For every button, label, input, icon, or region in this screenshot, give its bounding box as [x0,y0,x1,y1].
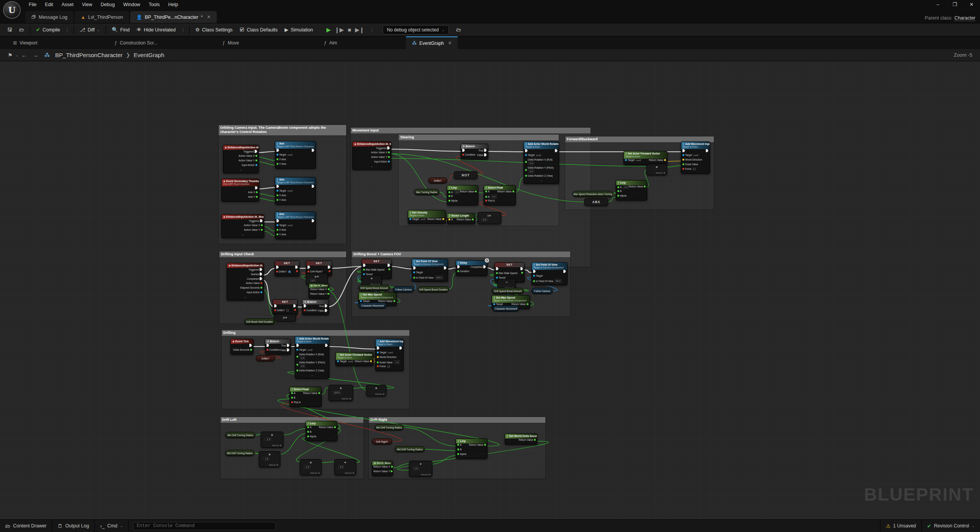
green-pin-icon[interactable] [277,454,279,456]
blue-pin-icon[interactable] [516,308,518,310]
blue-pin-icon[interactable] [360,300,362,302]
pin-value-input[interactable]: 0.0 [300,356,305,360]
red-pin-icon[interactable] [260,282,262,284]
exec-pin-icon[interactable] [706,149,708,152]
browse-debug-button[interactable]: 🗁 [453,25,465,34]
node-branch[interactable]: ⋔BranchTrueConditionFalse [461,144,488,159]
node-set[interactable]: SETDriftin? [273,299,298,315]
exec-pin-icon[interactable] [682,149,685,152]
back-icon[interactable]: ← [21,52,27,58]
graph-tab-construction-scr-[interactable]: ƒConstruction Scr... [108,36,164,49]
blue-pin-icon[interactable] [388,161,390,163]
graph-canvas[interactable]: Orbiting Camera Input. The CameraBoom co… [0,61,980,519]
green-pin-icon[interactable] [367,390,369,392]
node-aim[interactable]: ƒAimTarget is BP Third Person CharacterT… [275,177,316,205]
operand-value-input[interactable]: 120.0 [333,391,341,394]
green-pin-icon[interactable] [393,300,395,302]
green-pin-icon[interactable] [648,169,650,171]
green-pin-icon[interactable] [350,388,352,390]
add-pin-button[interactable]: Add pin ⊕ [342,397,351,400]
green-pin-icon[interactable] [262,434,264,436]
green-pin-icon[interactable] [664,167,666,169]
green-pin-icon[interactable] [307,275,309,277]
green-pin-icon[interactable] [512,190,514,192]
green-pin-icon[interactable] [251,453,253,455]
yellow-pin-icon[interactable] [448,218,450,220]
blue-pin-icon[interactable] [413,271,415,273]
output-log-button[interactable]: 🗒 Output Log [52,520,95,532]
exec-pin-icon[interactable] [312,149,314,152]
bookmark-icon[interactable]: ⚑ [8,52,13,58]
exec-pin-icon[interactable] [563,270,566,273]
green-pin-icon[interactable] [363,269,365,271]
exec-pin-icon[interactable] [287,348,290,351]
browse-asset-button[interactable]: 🗁 [16,25,28,34]
var-character-movement[interactable]: Character Movement [492,305,519,312]
frame-skip-button[interactable]: ❙▶ [335,26,344,33]
node-lerp[interactable]: ƒLerpA0.0Return ValueBAlpha [447,185,478,205]
var-driftin[interactable]: Driftin? [256,355,275,361]
menu-edit[interactable]: Edit [41,2,57,7]
yellow-pin-icon[interactable] [664,159,666,161]
red-pin-icon[interactable] [377,365,379,367]
pin-value-input[interactable]: 90.0 [555,279,562,283]
green-pin-icon[interactable] [521,291,523,292]
operand-value-input[interactable]: 0.0 [482,218,487,221]
pin-value-input[interactable]: 0.0 [300,364,305,368]
green-pin-icon[interactable] [291,392,293,394]
exec-pin-icon[interactable] [276,149,279,152]
exec-pin-icon[interactable] [388,264,390,267]
red-pin-icon[interactable] [308,271,309,273]
green-pin-icon[interactable] [363,277,365,279]
red-pin-icon[interactable] [296,270,298,272]
close-button[interactable]: ✕ [963,0,980,9]
blue-pin-icon[interactable] [525,154,527,156]
red-pin-icon[interactable] [304,309,306,311]
op-[interactable]: ×Add pin ⊕ [366,385,386,396]
class-defaults-button[interactable]: 🗹Class Defaults [236,25,281,34]
exec-pin-icon[interactable] [325,309,327,312]
green-pin-icon[interactable] [457,444,459,446]
green-pin-icon[interactable] [484,444,486,446]
green-pin-icon[interactable] [448,200,450,202]
exec-pin-icon[interactable] [483,265,486,268]
exec-pin-icon[interactable] [255,150,257,153]
node-add-actor-world-rotation[interactable]: ƒAdd Actor World RotationTarget is Actor… [295,336,329,379]
blue-pin-icon[interactable] [682,154,684,156]
menu-file[interactable]: File [25,2,41,7]
var-max-speed-reduction-when-turning[interactable]: Max Speed Reduction when Turning [573,191,613,197]
blue-pin-icon[interactable] [296,349,298,351]
var-drift-boost-held-duration[interactable]: Drift Boost Held Duration [244,319,275,325]
var-driftin[interactable]: Driftin? [428,177,447,184]
node-get-ia-move[interactable]: ▤Get IA_MoveReturn Value XReturn Value Y [309,283,329,299]
green-pin-icon[interactable] [307,435,309,437]
exec-pin-icon[interactable] [276,219,279,222]
hide-unrelated-button[interactable]: 👁Hide Unrelated [133,25,179,34]
operand-value-input[interactable]: -1.0 [263,457,269,460]
green-pin-icon[interactable] [275,319,277,321]
green-pin-icon[interactable] [276,158,278,160]
tab-lvl-thirdperson[interactable]: ▲ Lvl_ThirdPerson [75,11,129,23]
breadcrumb-graph[interactable]: EventGraph [134,52,164,58]
exec-pin-icon[interactable] [325,344,328,347]
op-[interactable]: +1.0Add pin ⊕ [409,461,432,477]
green-pin-icon[interactable] [533,280,535,282]
node-select-float[interactable]: ƒSelect FloatAReturn ValueB0.0Pick A [484,185,516,205]
expand-chevron-icon[interactable]: ⌄ [353,165,391,168]
menu-asset[interactable]: Asset [57,2,78,7]
green-pin-icon[interactable] [255,155,257,157]
exec-pin-icon[interactable] [525,149,528,152]
op-[interactable]: ×Add pin ⊕ [646,164,667,175]
node-aim[interactable]: ƒAimTarget is BP Third Person CharacterT… [275,212,316,239]
node-select-float[interactable]: ƒSelect FloatAReturn ValueBPick A [290,387,322,407]
green-pin-icon[interactable] [401,427,402,429]
pin-value-input[interactable]: 0.0 [454,190,460,194]
green-pin-icon[interactable] [521,272,523,274]
var-drift-speed-boost-duration[interactable]: Drift Speed Boost Duration [418,286,449,292]
green-pin-icon[interactable] [388,268,390,270]
node-get-velocity[interactable]: ƒGet VelocityTarget is ActorTarget[self]… [408,210,446,224]
menu-window[interactable]: Window [119,2,144,7]
node-aim[interactable]: ƒAimTarget is BP Third Person CharacterT… [275,141,316,169]
var-min-drift-turning-radius[interactable]: Min Drift Turning Radius [225,432,255,438]
exec-pin-icon[interactable] [276,266,279,269]
